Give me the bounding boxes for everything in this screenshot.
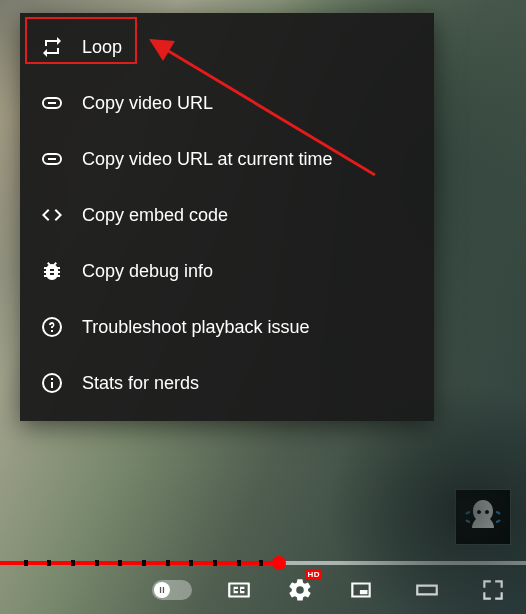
context-menu-item-label: Troubleshoot playback issue [82, 317, 309, 338]
context-menu-item-stats[interactable]: Stats for nerds [20, 355, 434, 411]
context-menu-item-copy-url[interactable]: Copy video URL [20, 75, 434, 131]
loop-icon [40, 35, 64, 59]
player-controls: HD [0, 566, 526, 614]
link-icon [40, 147, 64, 171]
info-icon [40, 371, 64, 395]
context-menu-item-label: Copy debug info [82, 261, 213, 282]
gear-icon [287, 577, 313, 603]
theater-button[interactable] [408, 576, 446, 604]
context-menu-item-copy-embed[interactable]: Copy embed code [20, 187, 434, 243]
bug-icon [40, 259, 64, 283]
fullscreen-icon [480, 577, 506, 603]
autoplay-knob [154, 582, 170, 598]
miniplayer-button[interactable] [342, 576, 380, 604]
context-menu-item-label: Copy video URL [82, 93, 213, 114]
hd-badge: HD [305, 570, 322, 580]
theater-icon [414, 577, 440, 603]
embed-icon [40, 203, 64, 227]
context-menu-item-label: Copy embed code [82, 205, 228, 226]
svg-rect-1 [460, 494, 506, 540]
channel-watermark[interactable] [456, 490, 510, 544]
fullscreen-button[interactable] [474, 576, 512, 604]
context-menu-item-loop[interactable]: Loop [20, 19, 434, 75]
context-menu-item-copy-url-time[interactable]: Copy video URL at current time [20, 131, 434, 187]
video-player-area: Loop Copy video URL Copy video URL at cu… [0, 0, 526, 614]
help-icon [40, 315, 64, 339]
context-menu-item-copy-debug[interactable]: Copy debug info [20, 243, 434, 299]
context-menu-item-label: Copy video URL at current time [82, 149, 332, 170]
context-menu: Loop Copy video URL Copy video URL at cu… [20, 13, 434, 421]
settings-button[interactable]: HD [286, 576, 314, 604]
face-silhouette-icon [460, 494, 506, 540]
context-menu-item-label: Stats for nerds [82, 373, 199, 394]
link-icon [40, 91, 64, 115]
cc-icon [226, 577, 252, 603]
miniplayer-icon [348, 577, 374, 603]
context-menu-item-troubleshoot[interactable]: Troubleshoot playback issue [20, 299, 434, 355]
subtitles-button[interactable] [220, 576, 258, 604]
context-menu-item-label: Loop [82, 37, 122, 58]
pause-icon [157, 585, 167, 595]
autoplay-toggle[interactable] [152, 580, 192, 600]
